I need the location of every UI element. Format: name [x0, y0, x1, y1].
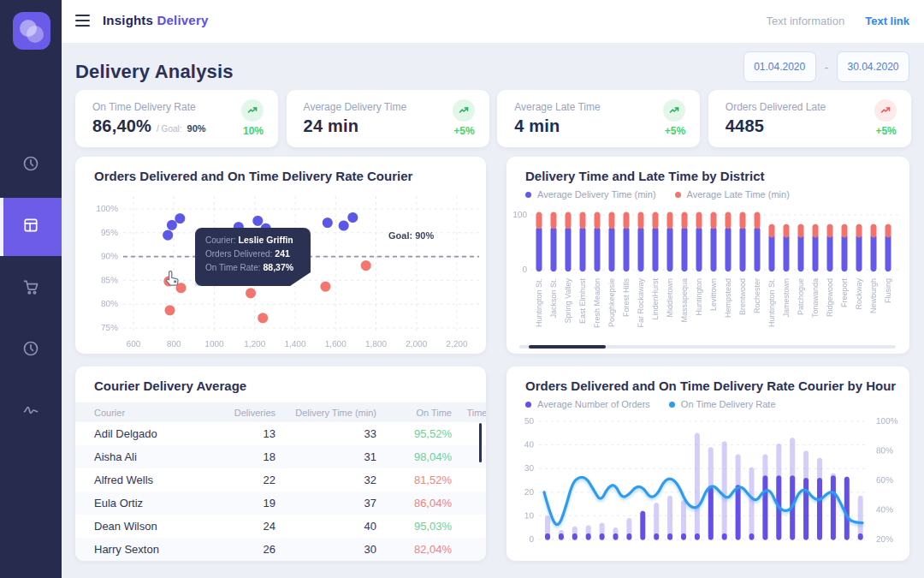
kpi-card-1: On Time Delivery Rate86,40%/ Goal:90%10%: [75, 90, 278, 147]
sidebar-item-history[interactable]: [0, 136, 62, 194]
table-cell: 86,04%: [376, 497, 452, 509]
page-title: Delivery Analysis: [75, 61, 234, 83]
trend-up-icon: [663, 99, 685, 122]
table-row[interactable]: Harry Sexton263082,04%1: [75, 538, 486, 561]
table-cell: 98,04%: [376, 450, 452, 463]
goal-line-label: Goal: 90%: [388, 230, 434, 241]
chart-title: Delivery Time and Late Time by District: [525, 169, 765, 183]
table-row[interactable]: Eula Ortiz193786,04%7: [75, 492, 486, 515]
date-range-picker: 01.04.2020 - 30.04.2020: [743, 51, 909, 82]
tooltip-row: On Time Rate:88,37%: [205, 262, 311, 272]
table-cell: Dean Wilson: [94, 520, 221, 533]
kpi-delta: +5%: [453, 125, 474, 137]
column-header[interactable]: Courier: [94, 408, 221, 418]
sidebar-item-dashboard[interactable]: [0, 198, 62, 256]
column-header[interactable]: On Time: [376, 408, 452, 418]
chart-legend: Average Delivery Time (min) Average Late…: [525, 189, 790, 200]
table-cell: 26: [221, 543, 275, 556]
table-cell: 13: [221, 427, 275, 440]
kpi-value: 24 min: [304, 116, 359, 136]
kpi-card-2: Average Delivery Time24 min+5%: [287, 90, 489, 147]
tooltip-row: Orders Delivered:241: [205, 248, 311, 259]
table-cell: 7: [452, 497, 486, 509]
table-cell: Harry Sexton: [94, 543, 221, 556]
table-cell: 4: [452, 520, 486, 533]
legend-item: Average Delivery Time (min): [525, 189, 656, 200]
table-cell: 32: [275, 474, 376, 486]
table-cell: Aisha Ali: [94, 450, 221, 463]
legend-dot: [525, 402, 531, 408]
table-cell: Eula Ortiz: [94, 497, 221, 509]
table-cell: 33: [275, 427, 376, 440]
kpi-delta: +5%: [665, 125, 685, 137]
table-cell: 22: [221, 474, 275, 486]
legend-item: Average Late Time (min): [675, 189, 790, 200]
table-cell: 95,52%: [376, 427, 452, 440]
kpi-card-4: Orders Delivered Late4485+5%: [708, 90, 911, 147]
table-cell: 31: [275, 450, 376, 463]
chart-tooltip: Courier:Leslie Griffin Orders Delivered:…: [195, 228, 311, 286]
sidebar-item-schedule[interactable]: [0, 321, 62, 379]
table-cell: 82,04%: [376, 543, 452, 556]
table-header-row: CourierDeliveriesDelivery Time (min)On T…: [75, 402, 486, 422]
district-chart-canvas[interactable]: [506, 205, 909, 342]
kpi-sub-value: 90%: [187, 123, 206, 134]
table-cell: 30: [275, 543, 376, 556]
column-header[interactable]: Time Late (min): [452, 408, 486, 418]
kpi-value: 4 min: [514, 116, 560, 136]
table-cell: 95,03%: [376, 520, 452, 533]
horizontal-scrollbar-thumb[interactable]: [529, 345, 606, 349]
scatter-chart-card: Orders Delivered and On Time Delivery Ra…: [75, 157, 486, 354]
kpi-delta: 10%: [243, 125, 264, 137]
topbar-text-link[interactable]: Text link: [865, 15, 909, 27]
table-row[interactable]: Adil Delgado133395,52%2: [75, 422, 486, 445]
column-header[interactable]: Delivery Time (min): [275, 408, 376, 418]
table-cell: 24: [221, 520, 275, 533]
kpi-label: Average Late Time: [514, 101, 601, 113]
horizontal-scrollbar: [519, 345, 896, 349]
kpi-sub-label: / Goal:: [157, 124, 181, 134]
brand-primary: Insights: [103, 13, 153, 27]
topbar-text-information: Text information: [766, 15, 844, 27]
clock-icon: [22, 340, 39, 361]
date-from-field[interactable]: 01.04.2020: [743, 51, 816, 82]
hamburger-menu-icon[interactable]: [75, 15, 90, 27]
delivery-dashboard: Insights Delivery Text information Text …: [0, 0, 924, 578]
table-row[interactable]: Alfred Wells223281,52%3: [75, 468, 486, 492]
legend-item: On Time Delivery Rate: [669, 399, 776, 409]
table-cell: 37: [275, 497, 376, 509]
sidebar: [0, 0, 62, 578]
vertical-scrollbar-thumb[interactable]: [479, 423, 482, 462]
dashboard-icon: [22, 217, 39, 237]
table-cell: Alfred Wells: [94, 474, 221, 486]
table-cell: Adil Delgado: [94, 427, 221, 440]
tooltip-row: Courier:Leslie Griffin: [205, 235, 311, 245]
app-logo[interactable]: [13, 12, 50, 50]
trend-up-icon: [241, 99, 264, 122]
hourly-chart-canvas[interactable]: [506, 411, 909, 561]
table-row[interactable]: Aisha Ali183198,04%1: [75, 445, 486, 468]
chart-title: Orders Delivered and On Time Delivery Ra…: [525, 378, 896, 393]
trend-up-icon: [453, 99, 475, 122]
table-cell: 19: [221, 497, 275, 509]
kpi-label: Orders Delivered Late: [726, 101, 826, 113]
clock-icon: [22, 155, 39, 176]
cart-icon: [22, 278, 39, 299]
kpi-value: 4485: [726, 116, 764, 136]
column-header[interactable]: Deliveries: [221, 408, 275, 418]
hand-cursor-icon: [163, 269, 182, 293]
kpi-delta: +5%: [875, 125, 896, 137]
table-row[interactable]: Dean Wilson244095,03%4: [75, 515, 486, 538]
sidebar-item-orders[interactable]: [0, 259, 62, 318]
legend-dot: [525, 192, 531, 198]
table-cell: 40: [275, 520, 376, 533]
trend-up-bad-icon: [874, 99, 897, 122]
legend-dot: [675, 192, 681, 198]
kpi-value: 86,40%: [92, 116, 151, 136]
date-to-field[interactable]: 30.04.2020: [837, 51, 909, 82]
topbar: Insights Delivery Text information Text …: [62, 0, 924, 43]
date-separator: -: [825, 61, 828, 74]
table-cell: 3: [452, 474, 486, 486]
brand: Insights Delivery: [103, 13, 208, 27]
sidebar-item-analytics[interactable]: [0, 383, 62, 441]
